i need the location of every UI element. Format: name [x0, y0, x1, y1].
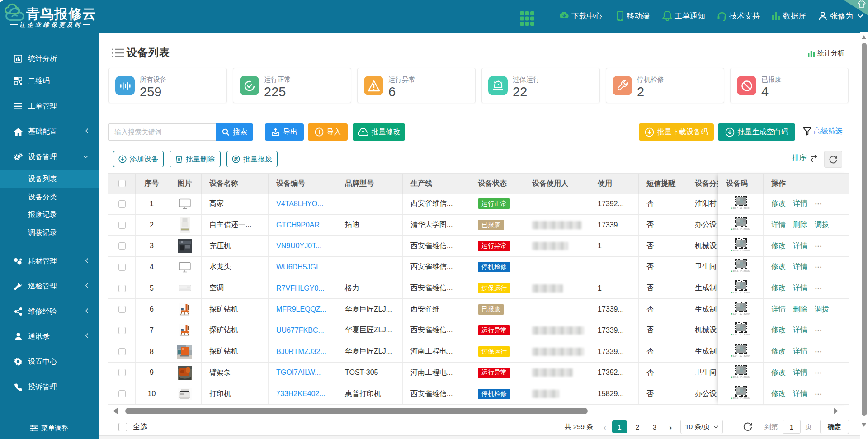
svg-text:废: 废 — [234, 157, 238, 161]
